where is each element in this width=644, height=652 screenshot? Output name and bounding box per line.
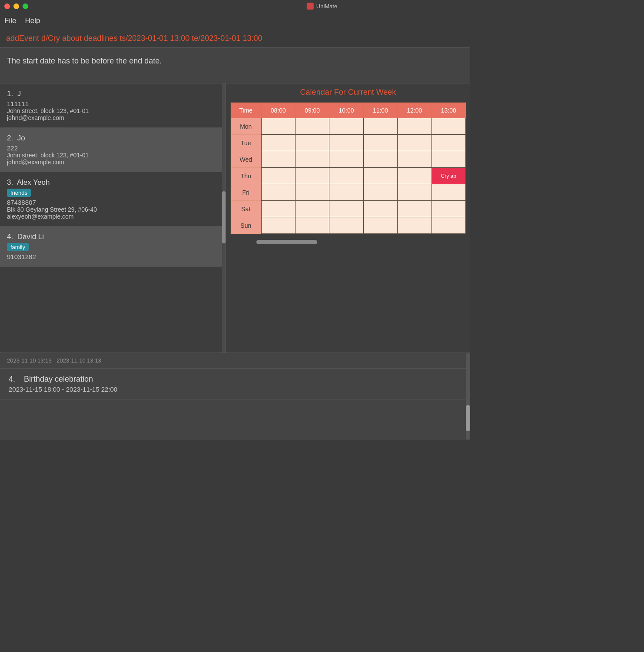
contact-name: 2. Jo: [7, 134, 219, 143]
cal-cell: [432, 151, 465, 168]
cal-cell: [432, 135, 465, 151]
cal-cell: [398, 135, 432, 151]
cal-cell: [363, 201, 397, 217]
cal-cell: [432, 184, 465, 201]
cal-cell: [329, 184, 363, 201]
cal-cell: [363, 168, 397, 184]
cal-cell: [432, 201, 465, 217]
command-text: addEvent d/Cry about deadlines ts/2023-0…: [6, 34, 262, 43]
cal-cell: [295, 217, 329, 234]
day-label-sun: Sun: [231, 217, 262, 234]
hour-header-0900: 09:00: [295, 103, 329, 118]
cal-cell: [363, 217, 397, 234]
contact-address: John street, block 123, #01-01: [7, 152, 219, 159]
contact-item[interactable]: 4. David Li family 91031282: [0, 226, 226, 267]
cal-cell: [363, 135, 397, 151]
calendar-row-tue: Tue: [231, 135, 466, 151]
error-box: The start date has to be before the end …: [0, 48, 470, 83]
cal-cell: [261, 217, 295, 234]
contact-phone: 111111: [7, 100, 219, 107]
commandbar: addEvent d/Cry about deadlines ts/2023-0…: [0, 30, 470, 48]
titlebar: UniMate: [0, 0, 470, 12]
cal-cell: [261, 168, 295, 184]
cal-cell: [363, 118, 397, 135]
hour-header-0800: 08:00: [261, 103, 295, 118]
calendar-row-wed: Wed: [231, 151, 466, 168]
menu-help[interactable]: Help: [25, 17, 40, 25]
event-panel: 2023-11-10 13:13 - 2023-11-10 13:13 4. B…: [0, 353, 470, 440]
day-label-wed: Wed: [231, 151, 262, 168]
day-label-sat: Sat: [231, 201, 262, 217]
event-faded: 2023-11-10 13:13 - 2023-11-10 13:13: [0, 353, 470, 369]
contact-tag: family: [7, 243, 29, 251]
contact-item[interactable]: 1. J 111111 John street, block 123, #01-…: [0, 83, 226, 128]
event-time: 2023-11-15 18:00 - 2023-11-15 22:00: [9, 386, 461, 393]
cal-cell: [295, 184, 329, 201]
cal-cell: [261, 118, 295, 135]
cal-cell: [329, 151, 363, 168]
day-label-tue: Tue: [231, 135, 262, 151]
hour-header-1300: 13:00: [432, 103, 465, 118]
cal-cell: [295, 201, 329, 217]
cal-cell: [295, 118, 329, 135]
scrollbar-thumb[interactable]: [222, 191, 226, 243]
cal-cell: [398, 168, 432, 184]
calendar-row-sat: Sat: [231, 201, 466, 217]
maximize-button[interactable]: [23, 3, 28, 9]
cal-cell: [329, 168, 363, 184]
contact-email: johnd@example.com: [7, 114, 219, 121]
app-title: UniMate: [307, 3, 337, 10]
cal-cell: [398, 201, 432, 217]
contact-email: johnd@example.com: [7, 159, 219, 166]
contact-name: 4. David Li: [7, 233, 219, 241]
cal-cell: [261, 151, 295, 168]
cal-cell: [295, 151, 329, 168]
cal-cell: [261, 135, 295, 151]
cal-cell: [398, 151, 432, 168]
cal-cell: [432, 118, 465, 135]
cal-cell: [432, 217, 465, 234]
contact-phone: 222: [7, 144, 219, 152]
menubar: File Help: [0, 12, 470, 30]
contact-address: John street, block 123, #01-01: [7, 107, 219, 114]
cal-cell: [398, 118, 432, 135]
close-button[interactable]: [4, 3, 10, 9]
day-label-fri: Fri: [231, 184, 262, 201]
cal-cell: [329, 201, 363, 217]
app-icon: [307, 3, 314, 10]
contact-item[interactable]: 3. Alex Yeoh friends 87438807 Blk 30 Gey…: [0, 172, 226, 226]
cal-cell: [261, 201, 295, 217]
scrollbar-track: [222, 83, 226, 353]
contact-address: Blk 30 Geylang Street 29, #06-40: [7, 206, 219, 213]
right-scrollbar-thumb[interactable]: [466, 405, 470, 431]
calendar-row-sun: Sun: [231, 217, 466, 234]
calendar-row-thu: Thu Cry ab: [231, 168, 466, 184]
cal-cell: [363, 151, 397, 168]
cal-cell: [363, 184, 397, 201]
event-item[interactable]: 4. Birthday celebration 2023-11-15 18:00…: [0, 369, 470, 399]
hour-header-1100: 11:00: [363, 103, 397, 118]
cal-cell: [398, 184, 432, 201]
cal-cell: [398, 217, 432, 234]
minimize-button[interactable]: [13, 3, 19, 9]
cal-cell: [329, 118, 363, 135]
calendar-row-mon: Mon: [231, 118, 466, 135]
contact-email: alexyeoh@example.com: [7, 213, 219, 220]
contact-tag: friends: [7, 189, 31, 197]
calendar-panel: Calendar For Current Week Time 08:00 09:…: [226, 83, 470, 353]
contact-phone: 87438807: [7, 199, 219, 206]
contact-phone: 91031282: [7, 253, 219, 260]
calendar-event-cry: Cry ab: [432, 168, 465, 184]
right-scrollbar[interactable]: [466, 353, 470, 440]
contact-name: 3. Alex Yeoh: [7, 178, 219, 187]
calendar-grid: Time 08:00 09:00 10:00 11:00 12:00 13:00…: [230, 102, 466, 234]
hour-header-1200: 12:00: [398, 103, 432, 118]
event-name: 4. Birthday celebration: [9, 375, 461, 384]
contact-item[interactable]: 2. Jo 222 John street, block 123, #01-01…: [0, 128, 226, 172]
contact-panel[interactable]: 1. J 111111 John street, block 123, #01-…: [0, 83, 226, 353]
menu-file[interactable]: File: [4, 17, 16, 25]
cal-cell: [261, 184, 295, 201]
contact-name: 1. J: [7, 90, 219, 98]
calendar-scrollbar[interactable]: [256, 240, 317, 244]
day-label-mon: Mon: [231, 118, 262, 135]
